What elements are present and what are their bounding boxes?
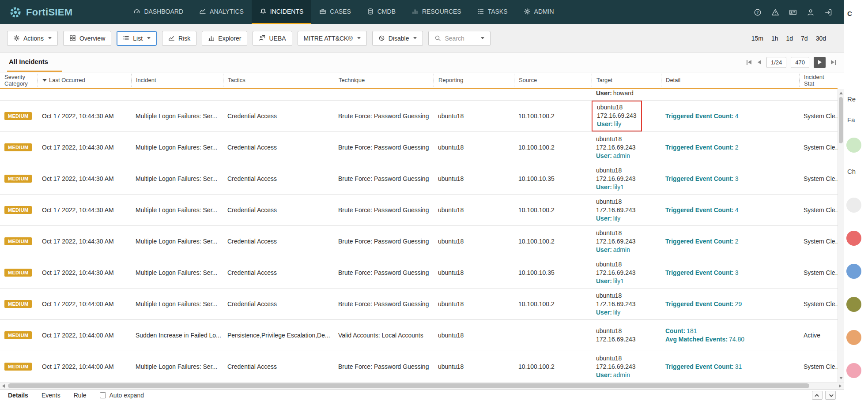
table-row[interactable]: MEDIUM Oct 17 2022, 10:44:00 AM Sudden I… bbox=[0, 320, 838, 351]
table-row[interactable]: MEDIUM Oct 17 2022, 10:44:30 AM Multiple… bbox=[0, 163, 838, 195]
time-range-30d[interactable]: 30d bbox=[816, 35, 826, 42]
target-user-line[interactable]: User:admin bbox=[596, 246, 636, 254]
target-cell[interactable]: ubuntu18 172.16.69.243 User:lily1 bbox=[592, 166, 661, 191]
technique-link[interactable]: Brute Force: Password Guessing bbox=[334, 238, 434, 245]
list-view-button[interactable]: List bbox=[117, 31, 157, 46]
auto-expand-checkbox[interactable] bbox=[100, 392, 106, 398]
nav-item-dashboard[interactable]: DASHBOARD bbox=[125, 0, 191, 24]
prev-page-button[interactable] bbox=[757, 59, 762, 65]
target-user-line[interactable]: User:admin bbox=[596, 152, 636, 160]
nav-item-incidents[interactable]: INCIDENTS bbox=[252, 0, 311, 24]
technique-link[interactable]: Brute Force: Password Guessing bbox=[334, 363, 434, 370]
detail-line-1[interactable]: Triggered Event Count:4 bbox=[665, 112, 795, 120]
detail-line-1[interactable]: Triggered Event Count:3 bbox=[665, 269, 795, 277]
target-cell[interactable]: ubuntu18 172.16.69.243 User:admin bbox=[592, 354, 661, 379]
vertical-scroll-thumb[interactable] bbox=[839, 97, 843, 143]
table-row[interactable]: MEDIUM Oct 17 2022, 10:44:30 AM Multiple… bbox=[0, 257, 838, 289]
target-user-line[interactable]: User:lily bbox=[596, 214, 636, 223]
detail-line-1[interactable]: Triggered Event Count:31 bbox=[665, 363, 795, 371]
target-cell[interactable]: ubuntu18 172.16.69.243 User:lily bbox=[592, 101, 661, 131]
detail-line-1[interactable]: Triggered Event Count:2 bbox=[665, 237, 795, 246]
table-row[interactable]: MEDIUM Oct 17 2022, 10:44:30 AM Multiple… bbox=[0, 195, 838, 226]
avatar[interactable] bbox=[846, 297, 861, 312]
column-header-source[interactable]: Source bbox=[514, 74, 592, 87]
target-user-line[interactable]: User:lily bbox=[596, 308, 636, 317]
detail-line-1[interactable]: Triggered Event Count:4 bbox=[665, 206, 795, 214]
explorer-button[interactable]: Explorer bbox=[202, 31, 247, 46]
avatar[interactable] bbox=[846, 231, 861, 246]
actions-button[interactable]: Actions bbox=[7, 31, 58, 46]
table-row[interactable]: MEDIUM Oct 17 2022, 10:44:30 AM Multiple… bbox=[0, 226, 838, 257]
target-cell[interactable]: ubuntu18 172.16.69.243 User:lily bbox=[592, 292, 661, 317]
technique-link[interactable]: Valid Accounts: Local Accounts bbox=[334, 332, 434, 339]
table-row-partial[interactable]: User:howard bbox=[0, 89, 838, 101]
scroll-right-arrow-icon[interactable] bbox=[839, 384, 842, 388]
technique-link[interactable]: Brute Force: Password Guessing bbox=[334, 144, 434, 151]
column-header-target[interactable]: Target bbox=[592, 74, 661, 87]
scroll-left-arrow-icon[interactable] bbox=[2, 384, 5, 388]
avatar[interactable] bbox=[846, 264, 861, 279]
technique-link[interactable]: Brute Force: Password Guessing bbox=[334, 112, 434, 120]
target-user-line[interactable]: User:lily1 bbox=[596, 277, 636, 285]
tab-events[interactable]: Events bbox=[42, 392, 60, 399]
technique-link[interactable]: Brute Force: Password Guessing bbox=[334, 300, 434, 307]
auto-expand-option[interactable]: Auto expand bbox=[100, 392, 144, 399]
next-page-button[interactable] bbox=[814, 57, 826, 68]
detail-line-1[interactable]: Triggered Event Count:29 bbox=[665, 300, 795, 308]
last-page-button[interactable] bbox=[830, 59, 837, 66]
table-row[interactable]: MEDIUM Oct 17 2022, 10:44:30 AM Multiple… bbox=[0, 132, 838, 163]
avatar[interactable] bbox=[846, 138, 861, 153]
nav-item-cases[interactable]: CASES bbox=[311, 0, 359, 24]
detail-line-1[interactable]: Count:181 bbox=[665, 327, 795, 335]
risk-button[interactable]: Risk bbox=[162, 31, 196, 46]
scroll-down-arrow-icon[interactable] bbox=[839, 377, 843, 379]
table-row[interactable]: MEDIUM Oct 17 2022, 10:44:30 AM Multiple… bbox=[0, 101, 838, 132]
target-cell[interactable]: ubuntu18 172.16.69.243 User:lily bbox=[592, 198, 661, 223]
detail-line-2[interactable]: Avg Matched Events:74.80 bbox=[665, 335, 795, 344]
column-header-tactics[interactable]: Tactics bbox=[223, 74, 334, 87]
horizontal-scroll-thumb[interactable] bbox=[8, 383, 809, 388]
help-icon[interactable]: ? bbox=[754, 8, 762, 16]
nav-item-cmdb[interactable]: CMDB bbox=[359, 0, 404, 24]
first-page-button[interactable] bbox=[746, 59, 752, 66]
column-header-incident-status[interactable]: Incident Stat bbox=[799, 74, 838, 87]
target-user-line[interactable]: User:lily1 bbox=[596, 183, 636, 191]
tab-rule[interactable]: Rule bbox=[74, 392, 87, 399]
nav-item-resources[interactable]: RESOURCES bbox=[404, 0, 469, 24]
brand[interactable]: FortiSIEM bbox=[0, 0, 81, 24]
tab-details[interactable]: Details bbox=[8, 392, 28, 399]
column-header-incident[interactable]: Incident bbox=[131, 74, 223, 87]
column-header-technique[interactable]: Technique bbox=[334, 74, 434, 87]
ueba-button[interactable]: UEBA bbox=[253, 31, 292, 46]
id-card-icon[interactable] bbox=[789, 8, 797, 16]
target-cell[interactable]: ubuntu18 172.16.69.243 User:admin bbox=[592, 135, 661, 160]
target-cell[interactable]: ubuntu18 172.16.69.243 bbox=[592, 327, 661, 344]
target-cell[interactable]: User:howard bbox=[592, 89, 661, 97]
nav-item-admin[interactable]: ADMIN bbox=[516, 0, 562, 24]
avatar[interactable] bbox=[846, 198, 861, 213]
target-user-line[interactable]: User:lily bbox=[597, 120, 637, 128]
horizontal-scrollbar[interactable] bbox=[0, 382, 844, 389]
technique-link[interactable]: Brute Force: Password Guessing bbox=[334, 269, 434, 276]
target-cell[interactable]: ubuntu18 172.16.69.243 User:lily1 bbox=[592, 260, 661, 285]
time-range-1d[interactable]: 1d bbox=[786, 35, 793, 42]
collapse-panel-button[interactable] bbox=[825, 391, 836, 400]
nav-item-analytics[interactable]: ANALYTICS bbox=[191, 0, 252, 24]
time-range-7d[interactable]: 7d bbox=[801, 35, 808, 42]
time-range-1h[interactable]: 1h bbox=[771, 35, 778, 42]
time-range-15m[interactable]: 15m bbox=[751, 35, 763, 42]
column-header-reporting[interactable]: Reporting bbox=[434, 74, 514, 87]
expand-panel-button[interactable] bbox=[812, 391, 823, 400]
table-row[interactable]: MEDIUM Oct 17 2022, 10:44:00 AM Multiple… bbox=[0, 289, 838, 320]
user-icon[interactable] bbox=[807, 8, 815, 16]
logout-icon[interactable] bbox=[824, 8, 832, 16]
search-box[interactable] bbox=[428, 31, 491, 46]
technique-link[interactable]: Brute Force: Password Guessing bbox=[334, 206, 434, 214]
vertical-scrollbar[interactable] bbox=[838, 89, 844, 382]
avatar[interactable] bbox=[846, 330, 861, 345]
scroll-up-arrow-icon[interactable] bbox=[839, 92, 843, 94]
disable-button[interactable]: Disable bbox=[372, 31, 423, 46]
column-header-last-occurred[interactable]: Last Occurred bbox=[38, 74, 131, 87]
mitre-attack-button[interactable]: MITRE ATT&CK® bbox=[298, 31, 367, 46]
technique-link[interactable]: Brute Force: Password Guessing bbox=[334, 175, 434, 182]
